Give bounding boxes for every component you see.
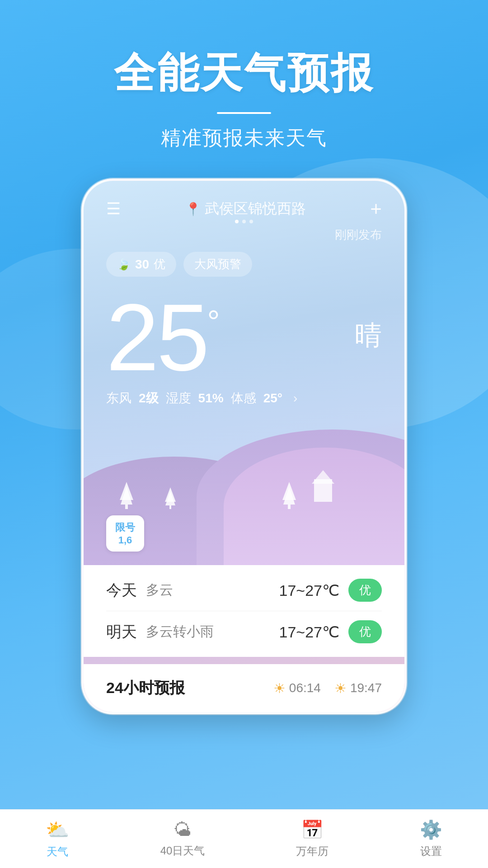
tomorrow-col: 明天 多云转小雨	[106, 622, 214, 642]
divider	[106, 611, 382, 611]
leaf-icon: 🍃	[117, 258, 131, 271]
dot-2	[242, 220, 246, 223]
hero-section: 全能天气预报 精准预报未来天气	[0, 0, 488, 151]
tomorrow-desc: 多云转小雨	[146, 623, 214, 641]
settings-icon: ⚙️	[420, 819, 442, 840]
dot-3	[249, 220, 253, 223]
tree-2	[165, 487, 176, 511]
calendar40-icon: 🌤	[174, 820, 192, 840]
sunrise-time: 06:14	[289, 681, 321, 695]
sun-info: ☀ 06:14 ☀ 19:47	[273, 680, 382, 696]
location-pin-icon: 📍	[185, 202, 201, 217]
svg-rect-2	[125, 505, 128, 509]
tomorrow-temp: 17~27℃	[279, 623, 340, 641]
today-label: 今天	[106, 580, 137, 601]
svg-rect-5	[169, 505, 171, 509]
bottom-nav: ⛅ 天气 🌤 40日天气 📅 万年历 ⚙️ 设置	[0, 809, 488, 868]
feels-like-label: 体感	[231, 390, 256, 407]
svg-rect-8	[288, 505, 291, 509]
today-temp: 17~27℃	[279, 581, 340, 599]
aqi-number: 30	[135, 257, 149, 272]
details-arrow[interactable]: ›	[293, 391, 297, 406]
nav-40day[interactable]: 🌤 40日天气	[160, 820, 205, 858]
phone-mockup: ☰ 📍 武侯区锦悦西路 + 刚刚发布 🍃 30 优 大风预警	[81, 179, 407, 714]
nav-calendar[interactable]: 📅 万年历	[296, 819, 328, 859]
forecast-section: 24小时预报 ☀ 06:14 ☀ 19:47	[84, 664, 404, 712]
nav-40day-label: 40日天气	[160, 844, 205, 858]
tree-1	[120, 482, 133, 511]
warning-text: 大风预警	[194, 256, 241, 272]
warning-badge[interactable]: 大风预警	[183, 252, 252, 277]
limit-numbers: 1,6	[115, 534, 135, 546]
hero-subtitle: 精准预报未来天气	[0, 125, 488, 151]
today-temp-col: 17~27℃ 优	[279, 579, 382, 602]
today-col: 今天 多云	[106, 580, 173, 601]
sunrise-icon: ☀	[273, 680, 286, 696]
location-area[interactable]: 📍 武侯区锦悦西路	[185, 199, 306, 219]
aqi-badge[interactable]: 🍃 30 优	[106, 252, 176, 277]
hero-divider	[217, 112, 271, 114]
degree-symbol: °	[207, 304, 220, 340]
feels-like-value: 25°	[263, 391, 282, 406]
today-row: 今天 多云 17~27℃ 优	[106, 579, 382, 602]
tree-3	[282, 482, 296, 511]
building-icon	[314, 479, 332, 502]
cloud-icon: ⛅	[46, 819, 69, 841]
tomorrow-temp-col: 17~27℃ 优	[279, 620, 382, 643]
add-icon[interactable]: +	[370, 199, 382, 219]
sunrise-item: ☀ 06:14	[273, 680, 321, 696]
aqi-level: 优	[154, 256, 165, 272]
bottom-weather: 今天 多云 17~27℃ 优 明天 多云转小雨 17~27℃ 优	[84, 565, 404, 657]
sunset-time: 19:47	[350, 681, 382, 695]
humidity-value: 51%	[198, 391, 224, 406]
published-time: 刚刚发布	[84, 223, 404, 243]
badges-row: 🍃 30 优 大风预警	[84, 243, 404, 277]
temperature-section: 25 ° 晴	[84, 277, 404, 385]
limit-badge: 限号 1,6	[106, 515, 144, 552]
page-dots	[235, 220, 253, 223]
wind-level: 2级	[139, 390, 159, 407]
hero-title: 全能天气预报	[0, 45, 488, 101]
forecast-header: 24小时预报 ☀ 06:14 ☀ 19:47	[106, 678, 382, 698]
weather-condition: 晴	[355, 317, 382, 354]
tomorrow-label: 明天	[106, 622, 137, 642]
sunset-icon: ☀	[334, 680, 347, 696]
location-text: 武侯区锦悦西路	[205, 199, 306, 219]
phone-topbar: ☰ 📍 武侯区锦悦西路 +	[84, 181, 404, 223]
nav-settings-label: 设置	[420, 844, 442, 859]
nav-calendar-label: 万年历	[296, 844, 328, 859]
calendar-icon: 📅	[301, 819, 324, 840]
tomorrow-row: 明天 多云转小雨 17~27℃ 优	[106, 620, 382, 643]
landscape-scene: 限号 1,6	[84, 420, 404, 565]
temperature-main: 25	[106, 290, 207, 385]
nav-settings[interactable]: ⚙️ 设置	[420, 819, 442, 859]
nav-weather[interactable]: ⛅ 天气	[46, 819, 69, 859]
tomorrow-quality-badge: 优	[348, 620, 382, 643]
sunset-item: ☀ 19:47	[334, 680, 382, 696]
phone-wrapper: ☰ 📍 武侯区锦悦西路 + 刚刚发布 🍃 30 优 大风预警	[0, 179, 488, 714]
forecast-title: 24小时预报	[106, 678, 185, 698]
menu-icon[interactable]: ☰	[106, 201, 121, 217]
today-quality-badge: 优	[348, 579, 382, 602]
limit-title: 限号	[115, 521, 135, 534]
nav-weather-label: 天气	[47, 844, 68, 859]
wind-direction: 东风	[106, 390, 131, 407]
dot-1	[235, 220, 239, 223]
today-desc: 多云	[146, 581, 173, 599]
humidity-label: 湿度	[166, 390, 191, 407]
